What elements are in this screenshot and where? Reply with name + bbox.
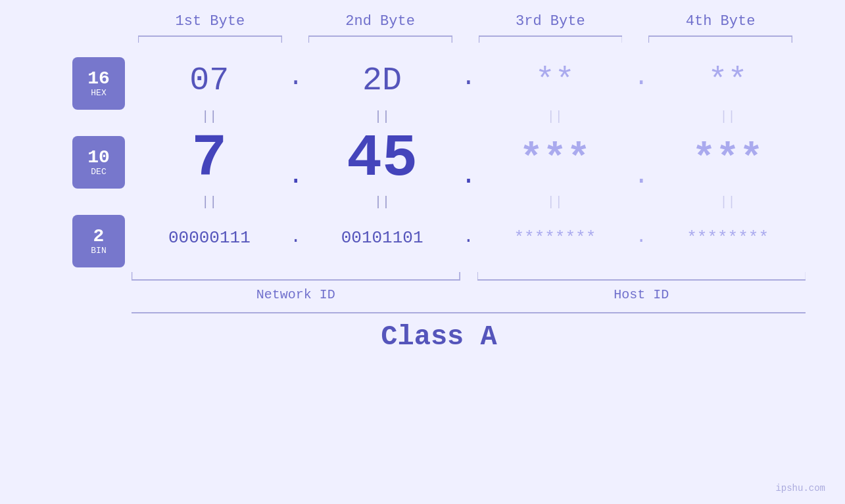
byte4-header: 4th Byte — [635, 13, 806, 30]
host-id-bracket: Host ID — [477, 271, 806, 302]
dec-badge-num: 10 — [87, 149, 110, 167]
bottom-brackets-container: Network ID Host ID — [132, 271, 806, 302]
bin-dot2: . — [460, 227, 477, 250]
bracket-3 — [479, 34, 623, 47]
watermark: ipshu.com — [775, 483, 825, 493]
bin-b4: ******** — [650, 228, 806, 248]
host-id-label: Host ID — [477, 287, 806, 302]
bin-dot3: . — [633, 227, 650, 250]
bracket-1 — [138, 34, 282, 47]
bin-badge-num: 2 — [93, 227, 105, 246]
hex-row: 07 . 2D . ** . ** — [132, 54, 806, 106]
bin-badge-label: BIN — [91, 246, 106, 256]
bin-b2: 00101101 — [304, 228, 460, 248]
class-section: Class A — [72, 312, 806, 353]
dec-b4: *** — [650, 139, 806, 179]
hex-b2: 2D — [304, 62, 460, 99]
hex-b4: ** — [650, 62, 806, 99]
eq2-b1: || — [132, 195, 287, 210]
dec-dot1: . — [287, 128, 304, 191]
byte1-header: 1st Byte — [125, 13, 295, 30]
top-brackets — [39, 34, 806, 47]
eq1-b2: || — [304, 109, 460, 124]
network-id-bracket: Network ID — [132, 271, 460, 302]
dec-dot2: . — [460, 128, 477, 191]
data-rows: 07 . 2D . ** . ** || || || || 7 . — [132, 54, 806, 302]
byte-headers: 1st Byte 2nd Byte 3rd Byte 4th Byte — [39, 0, 806, 30]
bin-b1: 00000111 — [132, 228, 287, 248]
hex-badge-label: HEX — [91, 88, 106, 98]
network-id-label: Network ID — [132, 287, 460, 302]
eq1-b1: || — [132, 109, 287, 124]
dec-b3: *** — [477, 139, 633, 179]
dec-b1: 7 — [132, 129, 287, 189]
main-container: 1st Byte 2nd Byte 3rd Byte 4th Byte — [0, 0, 845, 504]
eq2-b3: || — [477, 195, 633, 210]
hex-b1: 07 — [132, 62, 287, 99]
hex-dot2: . — [460, 63, 477, 98]
hex-b3: ** — [477, 62, 633, 99]
byte2-header: 2nd Byte — [295, 13, 466, 30]
dec-badge: 10 DEC — [72, 136, 125, 189]
equals-row-1: || || || || — [132, 106, 806, 126]
hex-badge: 16 HEX — [72, 57, 125, 110]
hex-dot3: . — [633, 63, 650, 98]
hex-badge-num: 16 — [87, 70, 110, 88]
equals-row-2: || || || || — [132, 192, 806, 212]
bracket-2 — [308, 34, 452, 47]
class-a-label: Class A — [72, 321, 806, 353]
bin-dot1: . — [287, 227, 304, 250]
full-bottom-line — [132, 312, 806, 313]
bin-badge: 2 BIN — [72, 215, 125, 267]
bracket-4 — [648, 34, 792, 47]
dec-row: 7 . 45 . *** . *** — [132, 126, 806, 192]
eq2-b2: || — [304, 195, 460, 210]
dec-b2: 45 — [304, 129, 460, 189]
content-area: 16 HEX 10 DEC 2 BIN 07 . 2D — [39, 54, 806, 302]
hex-dot1: . — [287, 63, 304, 98]
bin-b3: ******** — [477, 228, 633, 248]
eq2-b4: || — [650, 195, 806, 210]
eq1-b3: || — [477, 109, 633, 124]
dec-badge-label: DEC — [91, 167, 106, 177]
bin-row: 00000111 . 00101101 . ******** . *******… — [132, 212, 806, 264]
dec-dot3: . — [633, 128, 650, 191]
byte3-header: 3rd Byte — [466, 13, 636, 30]
eq1-b4: || — [650, 109, 806, 124]
base-badges: 16 HEX 10 DEC 2 BIN — [72, 54, 132, 302]
